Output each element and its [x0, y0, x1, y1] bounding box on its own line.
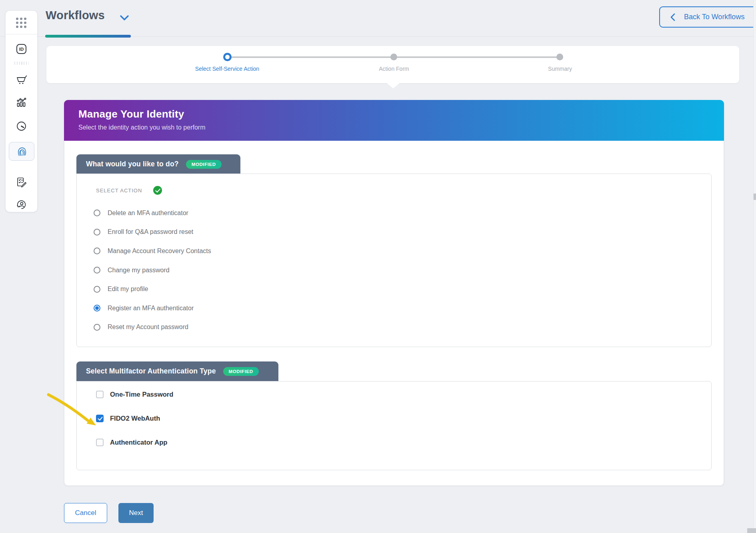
radio-option[interactable]: Change my password [94, 261, 211, 280]
radio-button[interactable] [94, 267, 100, 273]
step-label-summary: Summary [476, 66, 644, 72]
active-icon-box [9, 142, 34, 161]
checkbox[interactable] [96, 415, 104, 422]
radio-option[interactable]: Register an MFA authenticator [94, 299, 211, 318]
wizard-header: Manage Your Identity Select the identity… [64, 100, 724, 141]
fingerprint-icon-active[interactable] [6, 142, 37, 161]
chevron-left-icon [670, 13, 675, 21]
step-node-summary[interactable] [556, 54, 563, 60]
radio-option[interactable]: Delete an MFA authenticator [94, 204, 211, 223]
cart-icon[interactable] [6, 74, 37, 85]
page-title: Workflows [46, 9, 105, 22]
section-tab-what-to-do: What would you like to do? MODIFIED [76, 154, 240, 174]
section-title: Select Multifactor Authentication Type [86, 367, 216, 375]
section-box-select-action: SELECT ACTION Delete an MFA authenticato… [76, 174, 712, 347]
checkbox-option-label[interactable]: FIDO2 WebAuth [110, 415, 160, 422]
radio-button[interactable] [94, 305, 100, 311]
vertical-scrollbar-track[interactable] [753, 0, 756, 533]
checkbox[interactable] [96, 391, 104, 398]
checklist-edit-icon[interactable] [6, 176, 37, 188]
checkbox-option-label[interactable]: One-Time Password [110, 391, 173, 398]
id-badge-icon[interactable]: ID [6, 44, 37, 54]
divider-dots-icon [6, 62, 37, 65]
valid-check-icon [153, 186, 162, 195]
chevron-down-icon[interactable] [120, 15, 129, 21]
radio-button[interactable] [94, 248, 100, 254]
checkbox-option[interactable]: One-Time Password [96, 382, 173, 406]
radio-option-label[interactable]: Enroll for Q&A password reset [108, 228, 193, 236]
back-to-workflows-button[interactable]: Back To Workflows [659, 6, 756, 28]
radio-option-label[interactable]: Reset my Account password [108, 323, 188, 331]
back-button-label: Back To Workflows [684, 13, 744, 21]
wizard-subtitle: Select the identity action you wish to p… [78, 124, 724, 131]
radio-option-label[interactable]: Register an MFA authenticator [108, 305, 194, 312]
step-label-action-form: Action Form [310, 66, 478, 72]
user-restore-icon[interactable] [6, 199, 37, 211]
radio-option-label[interactable]: Delete an MFA authenticator [108, 210, 188, 217]
next-button[interactable]: Next [118, 503, 154, 523]
wizard-title: Manage Your Identity [78, 108, 724, 120]
mfa-checkbox-group: One-Time Password FIDO2 WebAuth Authenti… [96, 382, 173, 454]
action-radio-group: Delete an MFA authenticator Enroll for Q… [94, 204, 211, 337]
modified-badge: MODIFIED [186, 160, 222, 169]
vertical-scrollbar-thumb[interactable] [754, 194, 756, 200]
modified-badge: MODIFIED [223, 367, 259, 376]
radio-option[interactable]: Enroll for Q&A password reset [94, 223, 211, 242]
radio-option[interactable]: Manage Account Recovery Contacts [94, 242, 211, 261]
step-node-select-action[interactable] [223, 53, 232, 61]
radio-option-label[interactable]: Edit my profile [108, 285, 148, 293]
section-box-mfa-type: One-Time Password FIDO2 WebAuth Authenti… [76, 381, 712, 470]
radio-button[interactable] [94, 324, 100, 331]
gauge-icon[interactable] [6, 121, 37, 132]
analytics-icon[interactable] [6, 97, 37, 108]
stepper-notch [386, 83, 400, 88]
step-label-select-action: Select Self-Service Action [143, 66, 311, 72]
select-action-label: SELECT ACTION [96, 188, 142, 194]
radio-option[interactable]: Edit my profile [94, 279, 211, 299]
section-title: What would you like to do? [86, 160, 179, 168]
stepper: Select Self-Service Action Action Form S… [46, 46, 739, 83]
sidebar-divider [6, 34, 37, 34]
wizard-card: Manage Your Identity Select the identity… [64, 100, 724, 486]
app-grid-icon[interactable] [16, 18, 26, 28]
radio-option-label[interactable]: Manage Account Recovery Contacts [108, 248, 211, 255]
sidebar: ID [6, 11, 37, 212]
section-tab-mfa-type: Select Multifactor Authentication Type M… [76, 361, 278, 381]
active-tab-underline [45, 35, 131, 38]
checkbox[interactable] [96, 439, 104, 446]
step-node-action-form[interactable] [390, 54, 397, 60]
radio-option[interactable]: Reset my Account password [94, 318, 211, 337]
cancel-button[interactable]: Cancel [64, 503, 107, 523]
radio-option-label[interactable]: Change my password [108, 267, 170, 274]
scrollbar-corner [747, 528, 756, 533]
radio-button[interactable] [94, 286, 100, 293]
radio-button[interactable] [94, 229, 100, 236]
checkbox-option[interactable]: Authenticator App [96, 430, 173, 454]
radio-button[interactable] [94, 210, 100, 216]
svg-text:ID: ID [19, 47, 24, 52]
checkbox-option[interactable]: FIDO2 WebAuth [96, 406, 173, 430]
checkbox-option-label[interactable]: Authenticator App [110, 439, 167, 446]
